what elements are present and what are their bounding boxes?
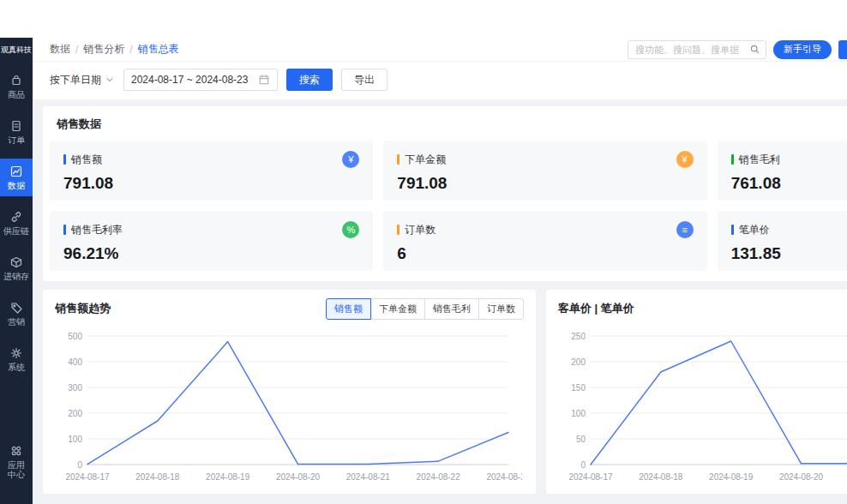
accent-bar — [63, 225, 66, 235]
sidebar-item-label: 订单 — [8, 135, 25, 145]
svg-text:400: 400 — [68, 357, 82, 367]
brand-logo: 观真科技 — [0, 38, 33, 61]
breadcrumb-item[interactable]: 销售分析 — [83, 42, 124, 57]
main-area: 数据 / 销售分析 / 销售总表 新手引导 按下单日期 — [33, 38, 847, 504]
chevron-down-icon — [105, 75, 115, 85]
date-type-label: 按下单日期 — [50, 73, 101, 87]
sales-trend-card: 销售额趋势 销售额 下单金额 销售毛利 订单数 0100200300400500… — [43, 290, 536, 494]
sidebar-item-inventory[interactable]: 进销存 — [0, 249, 33, 287]
search-icon[interactable] — [749, 44, 760, 55]
calendar-icon[interactable] — [258, 74, 270, 86]
svg-text:100: 100 — [68, 435, 82, 444]
sidebar-item-label: 系统 — [8, 363, 25, 372]
stat-value: 761.08 — [731, 174, 847, 193]
stat-label: 下单金额 — [405, 153, 446, 167]
svg-text:150: 150 — [571, 383, 586, 393]
svg-text:300: 300 — [68, 383, 82, 393]
topbar: 数据 / 销售分析 / 销售总表 新手引导 — [33, 38, 847, 62]
content-inner: 销售数据 销售额 ¥ 791.08 — [43, 106, 847, 494]
page: 观真科技 商品 订单 数据 供应链 — [0, 0, 847, 504]
stat-tile-gross-margin: 销售毛利率 % 96.21% — [50, 211, 373, 271]
top-whitespace — [0, 0, 847, 38]
svg-text:2024-08-17: 2024-08-17 — [568, 472, 613, 482]
stat-label: 销售额 — [71, 153, 102, 167]
svg-text:2024-08-20: 2024-08-20 — [779, 472, 824, 482]
date-type-select[interactable]: 按下单日期 — [50, 73, 115, 87]
sidebar-item-system[interactable]: 系统 — [0, 340, 33, 378]
svg-text:2024-08-21: 2024-08-21 — [346, 472, 391, 482]
metric-tab-group: 销售额 下单金额 销售毛利 订单数 — [326, 298, 524, 320]
data-icon — [9, 165, 23, 178]
price-trend-card: 客单价 | 笔单价 0501001502002502024-08-172024-… — [546, 290, 847, 494]
stat-tile-order-amount: 下单金额 ¥ 791.08 — [383, 141, 706, 201]
sidebar-item-label: 进销存 — [3, 272, 29, 281]
stat-tiles: 销售额 ¥ 791.08 下单金额 ¥ — [50, 141, 847, 271]
sidebar-item-app-center[interactable]: 应用中心 — [0, 438, 33, 485]
svg-text:500: 500 — [68, 332, 82, 341]
stat-value: 6 — [397, 244, 693, 263]
content: 销售数据 销售额 ¥ 791.08 — [33, 99, 847, 504]
app-frame: 观真科技 商品 订单 数据 供应链 — [0, 38, 847, 504]
stat-tile-gross-profit: 销售毛利 ¥ 761.08 — [718, 141, 847, 201]
export-button[interactable]: 导出 — [341, 69, 387, 91]
stat-value: 791.08 — [397, 174, 693, 193]
percent-icon: % — [342, 221, 359, 238]
app-center-icon — [9, 444, 23, 458]
svg-text:2024-08-17: 2024-08-17 — [65, 472, 110, 482]
sidebar-item-data[interactable]: 数据 — [0, 159, 33, 196]
sidebar-item-marketing[interactable]: 营销 — [0, 295, 33, 333]
svg-text:100: 100 — [571, 409, 586, 418]
sidebar-item-products[interactable]: 商品 — [0, 68, 33, 105]
stat-value: 131.85 — [731, 244, 847, 263]
price-trend-title: 客单价 | 笔单价 — [558, 301, 634, 316]
date-range-input[interactable] — [131, 74, 258, 86]
search-input[interactable] — [628, 45, 749, 55]
sales-trend-chart: 01002003004005002024-08-172024-08-182024… — [55, 324, 524, 490]
breadcrumb-item[interactable]: 数据 — [50, 42, 70, 57]
currency-icon: ¥ — [676, 151, 694, 168]
accent-bar — [397, 225, 399, 235]
sidebar-nav: 商品 订单 数据 供应链 进销存 — [0, 68, 33, 386]
sidebar-item-label: 供应链 — [3, 226, 29, 236]
stat-tile-sales-amount: 销售额 ¥ 791.08 — [50, 141, 373, 201]
svg-text:2024-08-18: 2024-08-18 — [135, 472, 180, 482]
stat-value: 96.21% — [63, 244, 359, 263]
svg-text:2024-08-19: 2024-08-19 — [709, 472, 754, 482]
beginner-guide-button[interactable]: 新手引导 — [773, 40, 832, 59]
stat-tile-order-count: 订单数 ≡ 6 — [383, 211, 706, 271]
svg-text:0: 0 — [77, 460, 82, 470]
svg-text:2024-08-19: 2024-08-19 — [206, 472, 250, 482]
svg-text:0: 0 — [580, 460, 586, 470]
search-button[interactable]: 搜索 — [286, 69, 333, 91]
stat-label: 销售毛利 — [739, 153, 780, 167]
system-icon — [9, 346, 23, 360]
stat-tile-per-order-price: 笔单价 ¥ 131.85 — [718, 211, 847, 271]
stat-value: 791.08 — [63, 174, 359, 193]
global-search — [628, 40, 766, 59]
tab-sales-amount[interactable]: 销售额 — [326, 298, 371, 320]
svg-text:50: 50 — [576, 435, 586, 444]
sidebar-item-orders[interactable]: 订单 — [0, 113, 33, 151]
accent-bar — [397, 154, 399, 165]
filter-bar: 按下单日期 搜索 导出 — [33, 62, 847, 99]
floating-widget[interactable] — [838, 40, 847, 59]
tab-order-amount[interactable]: 下单金额 — [370, 298, 425, 320]
tab-gross-profit[interactable]: 销售毛利 — [424, 298, 479, 320]
accent-bar — [731, 225, 734, 235]
sidebar: 观真科技 商品 订单 数据 供应链 — [0, 38, 33, 504]
price-trend-chart: 0501001502002502024-08-172024-08-182024-… — [558, 324, 847, 490]
currency-icon: ¥ — [342, 151, 359, 168]
breadcrumb-current: 销售总表 — [138, 42, 179, 57]
date-range-picker — [123, 69, 278, 91]
sidebar-item-label: 应用中心 — [7, 460, 26, 479]
topbar-right: 新手引导 — [628, 40, 847, 59]
sales-data-card: 销售数据 销售额 ¥ 791.08 — [43, 106, 847, 281]
breadcrumb-separator: / — [75, 44, 78, 56]
stat-label: 销售毛利率 — [71, 223, 123, 237]
sidebar-item-supply-chain[interactable]: 供应链 — [0, 204, 33, 242]
tab-order-count[interactable]: 订单数 — [478, 298, 524, 320]
charts-row: 销售额趋势 销售额 下单金额 销售毛利 订单数 0100200300400500… — [43, 290, 847, 494]
accent-bar — [731, 154, 734, 165]
sidebar-item-label: 商品 — [8, 90, 25, 99]
svg-text:2024-08-20: 2024-08-20 — [276, 472, 321, 482]
